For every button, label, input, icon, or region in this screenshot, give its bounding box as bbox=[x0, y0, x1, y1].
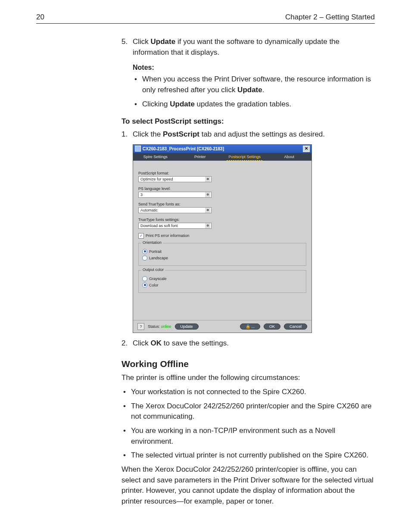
stepper-icon: ≑ bbox=[205, 192, 210, 197]
offline-bullets: Your workstation is not connected to the… bbox=[121, 387, 375, 461]
checkbox-icon: ✓ bbox=[138, 233, 144, 239]
stepper-icon: ≑ bbox=[205, 177, 210, 182]
print-ps-error-checkbox-row[interactable]: ✓ Print PS error information bbox=[138, 233, 306, 239]
page-header: 20 Chapter 2 – Getting Started bbox=[36, 13, 375, 24]
dropdown-value: Optimize for speed bbox=[140, 177, 173, 181]
page: 20 Chapter 2 – Getting Started 5. Click … bbox=[0, 0, 411, 532]
orientation-group: Orientation Portrait Landscape bbox=[138, 243, 306, 266]
ps-language-level-dropdown[interactable]: 3 ≑ bbox=[138, 192, 212, 198]
ps-step-1: 1. Click the PostScript tab and adjust t… bbox=[121, 129, 375, 140]
dialog-title-text: CX260-2183_ProcessPrint [CX260-2183] bbox=[143, 146, 224, 151]
status-label: Status: bbox=[148, 324, 160, 329]
field-label: PS language level: bbox=[138, 187, 306, 191]
tab-strip: Spire Settings Printer Postscript Settin… bbox=[133, 153, 311, 161]
offline-intro: The printer is offline under the followi… bbox=[121, 373, 375, 383]
field-send-truetype: Send TrueType fonts as: Automatic ≑ bbox=[138, 202, 306, 213]
tab-about[interactable]: About bbox=[267, 153, 312, 161]
output-grayscale-radio[interactable]: Grayscale bbox=[142, 276, 302, 281]
field-label: Send TrueType fonts as: bbox=[138, 202, 306, 206]
tab-spire-settings[interactable]: Spire Settings bbox=[133, 153, 178, 161]
chapter-title: Chapter 2 – Getting Started bbox=[285, 13, 375, 22]
cancel-button[interactable]: Cancel bbox=[284, 324, 307, 330]
offline-bullet-4: The selected virtual printer is not curr… bbox=[121, 450, 375, 461]
dialog-titlebar: CX260-2183_ProcessPrint [CX260-2183] ✕ bbox=[133, 145, 311, 153]
page-number: 20 bbox=[36, 13, 44, 22]
output-color-radio[interactable]: Color bbox=[142, 283, 302, 288]
stepper-icon: ≑ bbox=[205, 208, 210, 213]
field-postscript-format: PostScript format: Optimize for speed ≑ bbox=[138, 171, 306, 182]
send-truetype-dropdown[interactable]: Automatic ≑ bbox=[138, 207, 212, 213]
field-label: TrueType fonts settings: bbox=[138, 218, 306, 222]
step-number: 2. bbox=[121, 338, 128, 349]
radio-icon bbox=[142, 276, 147, 281]
offline-bullet-2: The Xerox DocuColor 242/252/260 printer/… bbox=[121, 401, 375, 422]
help-button[interactable]: ? bbox=[137, 323, 144, 330]
tab-postscript-settings[interactable]: Postscript Settings bbox=[222, 153, 267, 161]
field-ps-language-level: PS language level: 3 ≑ bbox=[138, 187, 306, 198]
radio-icon bbox=[142, 249, 147, 254]
radio-icon bbox=[142, 283, 147, 288]
postscript-heading: To select PostScript settings: bbox=[121, 117, 375, 126]
dialog-footer: ? Status: online Update 🔒 ... OK Cancel bbox=[133, 320, 311, 333]
notes-block: Notes: When you access the Print Driver … bbox=[133, 64, 375, 109]
step-number: 5. bbox=[121, 37, 128, 47]
offline-bullet-3: You are working in a non-TCP/IP environm… bbox=[121, 426, 375, 447]
close-button[interactable]: ✕ bbox=[303, 146, 310, 152]
radio-icon bbox=[142, 255, 147, 261]
status-value: online bbox=[161, 324, 171, 329]
step-text-pre: Click bbox=[133, 37, 151, 46]
checkbox-label: Print PS error information bbox=[146, 233, 190, 238]
note-item-2: Clicking Update updates the gradation ta… bbox=[133, 99, 375, 110]
app-icon bbox=[135, 146, 141, 152]
truetype-settings-dropdown[interactable]: Download as soft font ≑ bbox=[138, 223, 212, 229]
group-legend: Orientation bbox=[141, 240, 163, 245]
lock-button[interactable]: 🔒 ... bbox=[240, 324, 260, 330]
ok-button[interactable]: OK bbox=[264, 324, 280, 330]
offline-bullet-1: Your workstation is not connected to the… bbox=[121, 387, 375, 398]
dialog-screenshot: CX260-2183_ProcessPrint [CX260-2183] ✕ S… bbox=[121, 144, 375, 333]
offline-paragraph: When the Xerox DocuColor 242/252/260 pri… bbox=[121, 464, 375, 507]
output-color-group: Output color Grayscale Color bbox=[138, 270, 306, 293]
ps-step-2: 2. Click OK to save the settings. bbox=[121, 338, 375, 349]
group-legend: Output color bbox=[141, 268, 165, 272]
dialog-body: PostScript format: Optimize for speed ≑ … bbox=[133, 161, 311, 320]
step-number: 1. bbox=[121, 129, 128, 140]
dropdown-value: 3 bbox=[140, 193, 143, 197]
note-item-1: When you access the Print Driver softwar… bbox=[133, 74, 375, 95]
update-button[interactable]: Update bbox=[175, 324, 199, 330]
step-5: 5. Click Update if you want the software… bbox=[121, 37, 375, 58]
working-offline-heading: Working Offline bbox=[121, 359, 375, 369]
field-label: PostScript format: bbox=[138, 171, 306, 175]
field-truetype-settings: TrueType fonts settings: Download as sof… bbox=[138, 218, 306, 229]
step-text-bold: Update bbox=[151, 37, 176, 46]
dialog-window: CX260-2183_ProcessPrint [CX260-2183] ✕ S… bbox=[133, 144, 312, 333]
stepper-icon: ≑ bbox=[205, 223, 210, 228]
content: 5. Click Update if you want the software… bbox=[36, 37, 375, 507]
orientation-portrait-radio[interactable]: Portrait bbox=[142, 249, 302, 254]
notes-label: Notes: bbox=[133, 64, 375, 72]
tab-printer[interactable]: Printer bbox=[178, 153, 223, 161]
postscript-format-dropdown[interactable]: Optimize for speed ≑ bbox=[138, 176, 212, 182]
dropdown-value: Download as soft font bbox=[140, 224, 178, 228]
orientation-landscape-radio[interactable]: Landscape bbox=[142, 255, 302, 261]
dropdown-value: Automatic bbox=[140, 208, 158, 212]
